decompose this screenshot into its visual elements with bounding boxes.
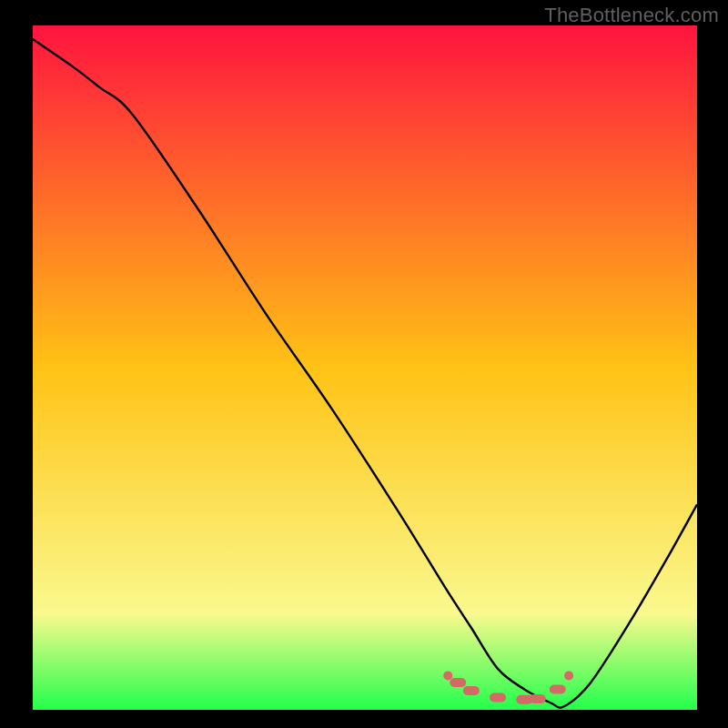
optimal-marker — [443, 671, 452, 680]
optimal-marker — [564, 671, 573, 680]
optimal-marker — [550, 684, 566, 693]
chart-container: { "attribution": "TheBottleneck.com", "c… — [0, 0, 728, 728]
attribution-text: TheBottleneck.com — [544, 4, 719, 27]
optimal-marker — [450, 678, 466, 687]
gradient-plot-area — [33, 25, 697, 710]
optimal-marker — [463, 686, 480, 695]
chart-svg — [0, 0, 728, 728]
optimal-marker — [530, 694, 546, 703]
optimal-marker — [490, 693, 506, 702]
